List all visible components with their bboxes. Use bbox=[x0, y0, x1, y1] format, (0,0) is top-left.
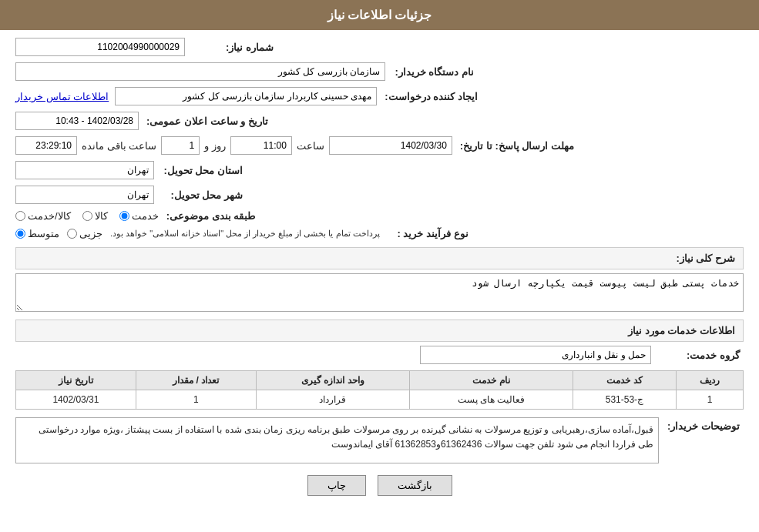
response-day-label: روز و bbox=[204, 140, 226, 152]
announce-date-row: تاریخ و ساعت اعلان عمومی: bbox=[15, 112, 744, 130]
category-goods-label: کالا bbox=[95, 210, 108, 222]
announce-date-input[interactable] bbox=[15, 112, 139, 130]
cell-row: 1 bbox=[677, 390, 744, 410]
service-group-input[interactable] bbox=[420, 346, 651, 364]
creator-label: ایجاد کننده درخواست: bbox=[377, 91, 482, 102]
category-option-both: کالا/خدمت bbox=[15, 210, 71, 222]
process-partial-radio[interactable] bbox=[67, 229, 77, 239]
cell-code: ج-53-531 bbox=[573, 390, 676, 410]
cell-name: فعالیت های پست bbox=[410, 390, 573, 410]
creator-contact-link[interactable]: اطلاعات تماس خریدار bbox=[15, 91, 109, 102]
need-number-row: شماره نیاز: bbox=[15, 38, 744, 56]
process-partial: جزیی bbox=[67, 228, 102, 239]
response-deadline-row: مهلت ارسال پاسخ: تا تاریخ: ساعت روز و سا… bbox=[15, 136, 744, 155]
buyer-notes-box: قبول،آماده سازی،رهبریابی و توزیع مرسولات… bbox=[15, 417, 659, 463]
buyer-org-row: نام دستگاه خریدار: bbox=[15, 62, 744, 81]
cell-unit: قرارداد bbox=[256, 390, 410, 410]
delivery-province-input[interactable] bbox=[15, 161, 154, 179]
response-remaining-input[interactable] bbox=[15, 136, 77, 155]
process-type-group: متوسط جزیی پرداخت تمام یا بخشی از مبلغ خ… bbox=[15, 228, 380, 239]
response-remaining-label: ساعت باقی مانده bbox=[82, 140, 156, 152]
response-time-label: ساعت bbox=[297, 140, 324, 152]
delivery-city-label: شهر محل تحویل: bbox=[154, 189, 247, 201]
process-medium-radio[interactable] bbox=[15, 229, 25, 239]
category-option-service: خدمت bbox=[119, 210, 159, 222]
category-radio-group: خدمت کالا کالا/خدمت bbox=[15, 210, 159, 222]
print-button[interactable]: چاپ bbox=[307, 475, 366, 496]
service-group-label: گروه خدمت: bbox=[651, 350, 744, 361]
delivery-city-input[interactable] bbox=[15, 186, 154, 204]
need-description-textarea[interactable] bbox=[15, 273, 744, 312]
page-header: جزئیات اطلاعات نیاز bbox=[0, 0, 759, 30]
response-deadline-label: مهلت ارسال پاسخ: تا تاریخ: bbox=[452, 140, 578, 152]
buyer-org-label: نام دستگاه خریدار: bbox=[385, 66, 478, 78]
buttons-row: بازگشت چاپ bbox=[15, 475, 744, 496]
need-number-label: شماره نیاز: bbox=[185, 42, 277, 53]
delivery-province-label: استان محل تحویل: bbox=[154, 165, 247, 176]
category-service-label: خدمت bbox=[132, 210, 159, 222]
response-time-input[interactable] bbox=[230, 136, 292, 155]
creator-input[interactable] bbox=[115, 87, 377, 105]
category-both-label: کالا/خدمت bbox=[28, 210, 71, 222]
delivery-city-row: شهر محل تحویل: bbox=[15, 186, 744, 204]
announce-date-label: تاریخ و ساعت اعلان عمومی: bbox=[139, 115, 272, 127]
response-days-input[interactable] bbox=[161, 136, 200, 155]
category-option-goods: کالا bbox=[82, 210, 108, 222]
page-container: جزئیات اطلاعات نیاز شماره نیاز: نام دستگ… bbox=[0, 0, 759, 532]
content-area: شماره نیاز: نام دستگاه خریدار: ایجاد کنن… bbox=[0, 30, 759, 515]
col-header-code: کد خدمت bbox=[573, 371, 676, 390]
process-type-label: نوع فرآیند خرید : bbox=[380, 228, 472, 239]
category-label: طبقه بندی موضوعی: bbox=[159, 210, 260, 222]
back-button[interactable]: بازگشت bbox=[378, 475, 452, 496]
buyer-notes-text: قبول،آماده سازی،رهبریابی و توزیع مرسولات… bbox=[39, 424, 653, 450]
buyer-notes-label: توضیحات خریدار: bbox=[659, 417, 744, 432]
buyer-notes-row: توضیحات خریدار: قبول،آماده سازی،رهبریابی… bbox=[15, 417, 744, 463]
col-header-unit: واحد اندازه گیری bbox=[256, 371, 410, 390]
creator-row: ایجاد کننده درخواست: اطلاعات تماس خریدار bbox=[15, 87, 744, 105]
category-both-radio[interactable] bbox=[15, 211, 25, 221]
col-header-qty: تعداد / مقدار bbox=[136, 371, 256, 390]
process-medium: متوسط bbox=[15, 228, 59, 239]
services-table: ردیف کد خدمت نام خدمت واحد اندازه گیری ت… bbox=[15, 370, 744, 410]
process-partial-label: جزیی bbox=[79, 228, 102, 239]
services-table-body: 1ج-53-531فعالیت های پستقرارداد11402/03/3… bbox=[16, 390, 744, 410]
need-description-label: شرح کلی نیاز: bbox=[676, 253, 735, 264]
process-note: پرداخت تمام یا بخشی از مبلغ خریدار از مح… bbox=[110, 229, 380, 239]
process-type-row: نوع فرآیند خرید : متوسط جزیی پرداخت تمام… bbox=[15, 228, 744, 239]
cell-qty: 1 bbox=[136, 390, 256, 410]
delivery-province-row: استان محل تحویل: bbox=[15, 161, 744, 179]
col-header-name: نام خدمت bbox=[410, 371, 573, 390]
services-section-label: اطلاعات خدمات مورد نیاز bbox=[628, 325, 735, 336]
buyer-org-input[interactable] bbox=[15, 62, 385, 81]
cell-date: 1402/03/31 bbox=[16, 390, 136, 410]
services-table-header: ردیف کد خدمت نام خدمت واحد اندازه گیری ت… bbox=[16, 371, 744, 390]
col-header-date: تاریخ نیاز bbox=[16, 371, 136, 390]
table-row: 1ج-53-531فعالیت های پستقرارداد11402/03/3… bbox=[16, 390, 744, 410]
category-goods-radio[interactable] bbox=[82, 211, 92, 221]
category-row: طبقه بندی موضوعی: خدمت کالا کالا/خدمت bbox=[15, 210, 744, 222]
process-medium-label: متوسط bbox=[28, 228, 59, 239]
col-header-row: ردیف bbox=[677, 371, 744, 390]
page-title: جزئیات اطلاعات نیاز bbox=[327, 8, 432, 22]
need-description-area bbox=[15, 273, 744, 312]
service-group-row: گروه خدمت: bbox=[15, 346, 744, 364]
services-section-header: اطلاعات خدمات مورد نیاز bbox=[15, 320, 744, 342]
category-service-radio[interactable] bbox=[119, 211, 129, 221]
need-number-input[interactable] bbox=[15, 38, 185, 56]
need-description-section-header: شرح کلی نیاز: bbox=[15, 247, 744, 269]
response-date-input[interactable] bbox=[329, 136, 452, 155]
